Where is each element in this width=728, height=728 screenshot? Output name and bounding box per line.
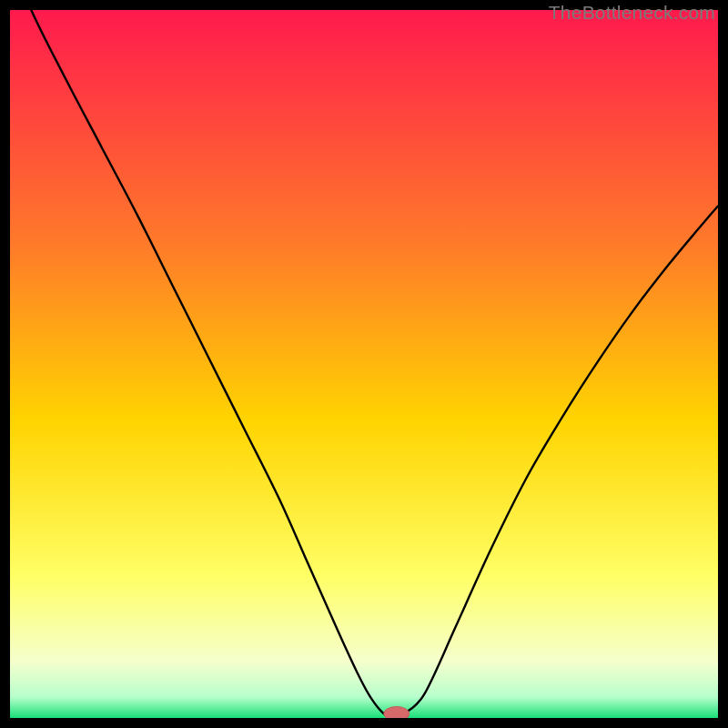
optimum-marker [384,707,410,718]
chart-stage: TheBottleneck.com [0,0,728,728]
plot-area [10,10,718,718]
watermark-text: TheBottleneck.com [549,2,715,24]
chart-svg [10,10,718,718]
gradient-background [10,10,718,718]
